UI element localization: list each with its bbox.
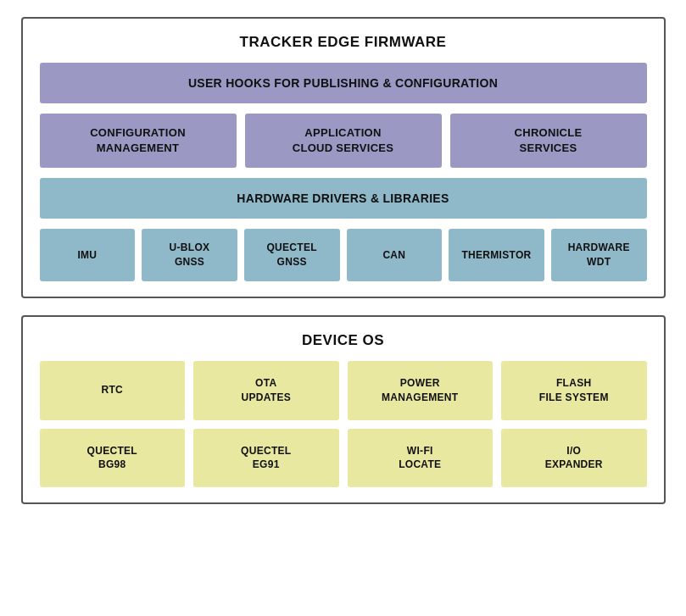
chronicle-services-box: CHRONICLESERVICES [450, 114, 647, 168]
device-os-container: DEVICE OS RTC OTAUPDATES POWERMANAGEMENT… [21, 315, 666, 504]
power-management-box: POWERMANAGEMENT [348, 361, 494, 420]
imu-box: IMU [40, 229, 136, 281]
thermistor-box: THERMISTOR [449, 229, 544, 281]
application-cloud-box: APPLICATIONCLOUD SERVICES [245, 114, 442, 168]
bottom-row: IMU U-BLOXGNSS QUECTELGNSS CAN THERMISTO… [40, 229, 647, 281]
rtc-box: RTC [40, 361, 186, 420]
tracker-edge-container: TRACKER EDGE FIRMWARE USER HOOKS FOR PUB… [21, 17, 666, 298]
tracker-title: TRACKER EDGE FIRMWARE [40, 34, 647, 51]
ublox-gnss-box: U-BLOXGNSS [142, 229, 237, 281]
io-expander-box: I/OEXPANDER [501, 429, 647, 488]
hw-drivers-bar: HARDWARE DRIVERS & LIBRARIES [40, 178, 647, 219]
ota-updates-box: OTAUPDATES [193, 361, 339, 420]
quectel-bg98-box: QUECTELBG98 [40, 429, 186, 488]
quectel-eg91-box: QUECTELEG91 [193, 429, 339, 488]
wifi-locate-box: WI-FILOCATE [348, 429, 494, 488]
config-management-box: CONFIGURATIONMANAGEMENT [40, 114, 237, 168]
device-os-grid: RTC OTAUPDATES POWERMANAGEMENT FLASHFILE… [40, 361, 647, 487]
can-box: CAN [347, 229, 443, 281]
quectel-gnss-box: QUECTELGNSS [244, 229, 340, 281]
mid-row: CONFIGURATIONMANAGEMENT APPLICATIONCLOUD… [40, 114, 647, 168]
flash-file-system-box: FLASHFILE SYSTEM [501, 361, 647, 420]
user-hooks-bar: USER HOOKS FOR PUBLISHING & CONFIGURATIO… [40, 63, 647, 103]
device-os-title: DEVICE OS [40, 332, 647, 349]
hardware-wdt-box: HARDWAREWDT [551, 229, 647, 281]
